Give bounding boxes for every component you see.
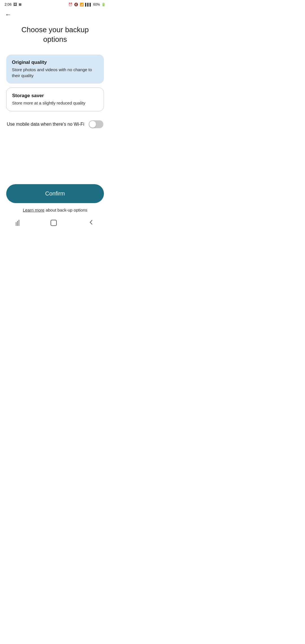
back-button[interactable]: ←	[0, 8, 110, 20]
nav-home-icon[interactable]	[51, 220, 57, 226]
status-bar: 2:06 🖼 ▦ ⏰ 🔇 📶 ▌▌▌ 60% 🔋	[0, 0, 110, 8]
signal-icon: ▦	[19, 3, 21, 6]
nav-recent-apps-icon[interactable]	[16, 220, 19, 226]
nav-back-icon[interactable]	[88, 219, 94, 227]
alarm-icon: ⏰	[68, 3, 73, 6]
mobile-data-toggle[interactable]	[89, 120, 103, 128]
mobile-data-label: Use mobile data when there's no Wi-Fi	[7, 122, 89, 127]
status-time: 2:06	[5, 2, 12, 6]
signal-bars-icon: ▌▌▌	[85, 3, 92, 6]
mute-icon: 🔇	[74, 3, 78, 6]
storage-saver-desc: Store more at a slightly reduced quality	[12, 100, 98, 106]
confirm-button[interactable]: Confirm	[6, 184, 104, 203]
storage-saver-option[interactable]: Storage saver Store more at a slightly r…	[6, 88, 104, 111]
main-content: Choose your backup options Original qual…	[0, 20, 110, 155]
status-left: 2:06 🖼 ▦	[5, 2, 21, 6]
bottom-section: Confirm Learn more about back-up options	[0, 179, 110, 215]
storage-saver-title: Storage saver	[12, 93, 98, 99]
nav-bar	[0, 215, 110, 232]
original-quality-desc: Store photos and videos with no change t…	[12, 67, 98, 79]
battery-level: 60%	[93, 3, 100, 6]
status-right: ⏰ 🔇 📶 ▌▌▌ 60% 🔋	[68, 3, 106, 6]
original-quality-title: Original quality	[12, 60, 98, 65]
photo-icon: 🖼	[13, 2, 17, 6]
spacer	[0, 155, 110, 179]
toggle-knob	[89, 121, 96, 128]
learn-more-row: Learn more about back-up options	[23, 208, 88, 212]
back-arrow-icon: ←	[5, 11, 11, 18]
mobile-data-toggle-row: Use mobile data when there's no Wi-Fi	[6, 118, 104, 130]
learn-more-link[interactable]: Learn more	[23, 208, 45, 212]
wifi-icon: 📶	[80, 3, 84, 6]
battery-icon: 🔋	[101, 3, 106, 6]
learn-more-suffix: about back-up options	[44, 208, 87, 212]
original-quality-option[interactable]: Original quality Store photos and videos…	[6, 55, 104, 84]
page-title: Choose your backup options	[6, 25, 104, 44]
